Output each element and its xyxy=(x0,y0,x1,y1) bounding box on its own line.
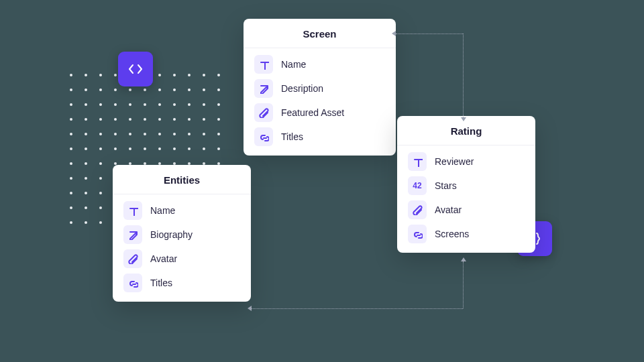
field-row: Avatar xyxy=(408,200,525,219)
code-icon xyxy=(127,61,144,77)
attach-icon xyxy=(123,249,142,268)
field-row: Titles xyxy=(123,274,240,292)
field-label: Avatar xyxy=(435,204,462,215)
field-row: Screens xyxy=(408,225,525,243)
number-icon: 42 xyxy=(408,176,427,195)
connector xyxy=(252,308,463,309)
field-label: Biography xyxy=(150,229,193,240)
field-label: Desription xyxy=(281,83,323,94)
field-label: Reviewer xyxy=(435,156,474,167)
text-icon xyxy=(408,152,427,171)
field-label: Name xyxy=(150,205,175,216)
field-label: Featured Asset xyxy=(281,107,344,118)
connector xyxy=(396,34,463,34)
field-label: Screens xyxy=(435,229,469,239)
field-label: Titles xyxy=(281,131,303,142)
connector xyxy=(463,34,464,117)
attach-icon xyxy=(408,200,427,219)
card-entities: Entities Name Biography Avatar Titles xyxy=(113,165,251,302)
field-row: Titles xyxy=(254,127,385,146)
code-badge xyxy=(118,52,153,86)
card-title: Entities xyxy=(113,165,251,194)
field-row: Biography xyxy=(123,225,240,244)
card-title: Rating xyxy=(397,116,535,145)
attach-icon xyxy=(254,103,273,122)
connector xyxy=(463,261,464,308)
link-icon xyxy=(254,127,273,146)
card-rating: Rating Reviewer 42 Stars Avatar Screens xyxy=(397,116,535,253)
edit-icon xyxy=(254,79,273,98)
field-row: Desription xyxy=(254,79,385,98)
card-title: Screen xyxy=(244,19,396,48)
card-screen: Screen Name Desription Featured Asset Ti… xyxy=(244,19,396,156)
field-row: 42 Stars xyxy=(408,176,525,195)
link-icon xyxy=(123,274,142,292)
field-row: Avatar xyxy=(123,249,240,268)
field-row: Reviewer xyxy=(408,152,525,171)
diagram-canvas: Screen Name Desription Featured Asset Ti… xyxy=(0,0,644,362)
field-label: Avatar xyxy=(150,253,177,264)
field-label: Name xyxy=(281,59,306,70)
field-row: Name xyxy=(123,201,240,220)
field-label: Stars xyxy=(435,180,457,191)
link-icon xyxy=(408,225,427,243)
field-label: Titles xyxy=(150,278,172,288)
text-icon xyxy=(254,55,273,74)
text-icon xyxy=(123,201,142,220)
field-row: Name xyxy=(254,55,385,74)
field-row: Featured Asset xyxy=(254,103,385,122)
edit-icon xyxy=(123,225,142,244)
